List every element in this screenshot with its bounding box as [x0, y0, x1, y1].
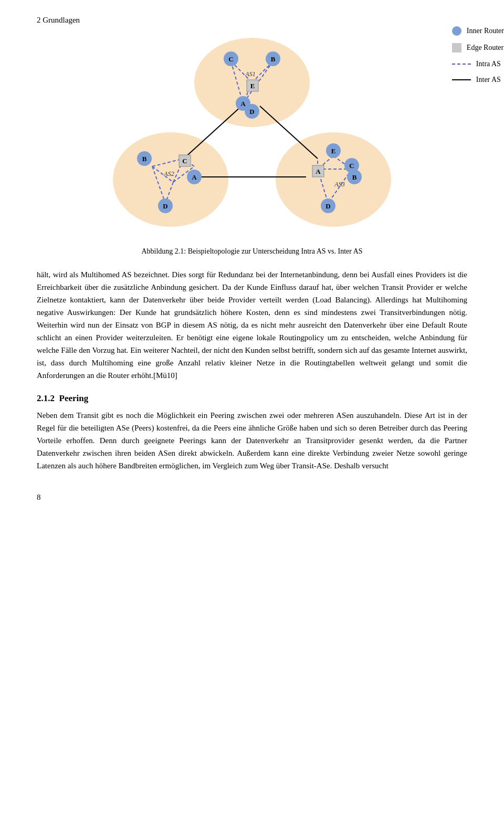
- chapter-title: 2 Grundlagen: [37, 16, 80, 24]
- subsection-paragraph: Neben dem Transit gibt es noch die Mögli…: [37, 409, 467, 472]
- svg-text:C: C: [349, 162, 354, 170]
- legend-inter-as: Inter AS: [452, 76, 504, 84]
- svg-text:D: D: [326, 202, 330, 210]
- svg-text:D: D: [163, 202, 167, 210]
- svg-text:B: B: [352, 173, 357, 181]
- legend-circle-icon: [452, 26, 461, 36]
- network-diagram: C A B E D AS1 B: [113, 30, 391, 242]
- svg-text:E: E: [250, 82, 255, 90]
- legend-edge-router-label: Edge Router: [467, 44, 503, 52]
- intro-paragraph: hält, wird als Multihomed AS bezeichnet.…: [37, 268, 467, 382]
- legend-inter-as-label: Inter AS: [476, 76, 501, 84]
- legend-inner-router-label: Inner Router: [467, 27, 504, 35]
- legend-intra-as-label: Intra AS: [476, 60, 501, 68]
- svg-text:D: D: [249, 108, 254, 116]
- chapter-header: 2 Grundlagen: [37, 16, 467, 25]
- legend-edge-router: Edge Router: [452, 43, 504, 53]
- svg-text:B: B: [142, 155, 147, 163]
- svg-text:AS2: AS2: [163, 170, 174, 177]
- legend: Inner Router Edge Router Intra AS Inter …: [452, 11, 504, 84]
- diagram-caption: Abbildung 2.1: Beispieltopologie zur Unt…: [37, 247, 467, 256]
- svg-text:AS3: AS3: [334, 181, 344, 188]
- svg-text:A: A: [192, 173, 197, 181]
- legend-inner-router: Inner Router: [452, 26, 504, 36]
- legend-solid-icon: [452, 79, 471, 80]
- subsection-header: 2.1.2 Peering: [37, 393, 467, 404]
- diagram-section: C A B E D AS1 B: [37, 30, 467, 242]
- svg-text:E: E: [331, 147, 336, 155]
- svg-point-1: [113, 132, 228, 227]
- svg-text:B: B: [271, 55, 276, 63]
- page-number: 8: [37, 493, 467, 502]
- svg-text:C: C: [182, 157, 187, 165]
- svg-text:AS1: AS1: [245, 70, 255, 78]
- svg-text:C: C: [228, 55, 233, 63]
- legend-intra-as: Intra AS: [452, 60, 504, 68]
- legend-dashed-icon: [452, 64, 471, 65]
- legend-square-icon: [452, 43, 461, 53]
- svg-text:A: A: [316, 167, 321, 175]
- svg-text:A: A: [240, 100, 246, 108]
